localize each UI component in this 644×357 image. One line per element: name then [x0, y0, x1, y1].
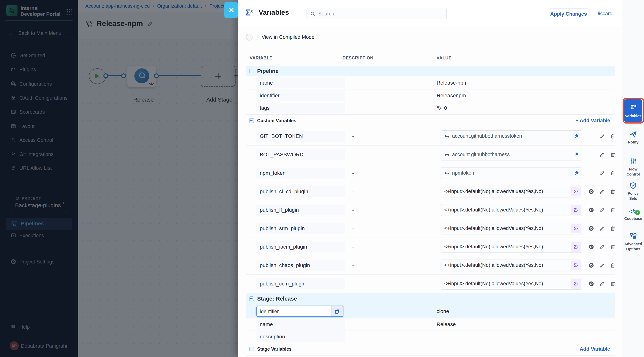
variable-value: clone	[436, 308, 449, 314]
table-row: name Release	[246, 318, 615, 331]
table-row: description	[246, 330, 615, 343]
variable-name: description	[260, 334, 285, 340]
edit-icon[interactable]	[599, 244, 605, 250]
variable-description: -	[352, 281, 354, 287]
copy-icon[interactable]	[331, 306, 343, 316]
runtime-input-field[interactable]: <+input>.default(No).allowedValues(Yes,N…	[441, 241, 582, 253]
settings-icon[interactable]	[588, 244, 594, 250]
pin-icon[interactable]	[571, 149, 582, 160]
flow-gear-icon	[629, 232, 637, 240]
variable-name: publish_ff_plugin	[260, 207, 299, 213]
tab-policy-sets[interactable]: Policy Sets	[622, 182, 644, 201]
secret-value-field[interactable]: npmtoken	[441, 167, 582, 179]
edit-icon[interactable]	[599, 152, 605, 158]
runtime-input-field[interactable]: <+input>.default(No).allowedValues(Yes,N…	[441, 260, 582, 271]
runtime-input-field[interactable]: <+input>.default(No).allowedValues(Yes,N…	[441, 204, 582, 216]
send-icon	[629, 130, 637, 138]
variable-name: tags	[260, 105, 270, 111]
settings-icon[interactable]	[588, 207, 594, 213]
code-icon: </>✓	[629, 208, 637, 215]
secret-value-field[interactable]: account.githubbotharnesstoken	[441, 130, 582, 142]
variable-description: -	[352, 262, 354, 268]
add-variable-button[interactable]: + Add Variable	[576, 118, 610, 124]
delete-icon[interactable]	[610, 133, 616, 139]
input-type-icon[interactable]: Σx	[571, 205, 581, 215]
search-input[interactable]	[318, 9, 442, 19]
runtime-input-value: <+input>.default(No).allowedValues(Yes,N…	[441, 281, 570, 286]
delete-icon[interactable]	[610, 226, 616, 232]
sigma-icon: Σx	[245, 8, 253, 18]
runtime-input-field[interactable]: <+input>.default(No).allowedValues(Yes,N…	[441, 186, 582, 197]
tab-advanced-options[interactable]: Advanced Options	[622, 232, 644, 252]
key-icon	[444, 170, 450, 176]
input-type-icon[interactable]: Σx	[571, 279, 581, 288]
settings-icon[interactable]	[588, 188, 594, 194]
delete-icon[interactable]	[610, 152, 616, 158]
delete-icon[interactable]	[610, 281, 616, 287]
variable-name: name	[260, 80, 273, 86]
section-header-pipeline: Pipeline	[246, 66, 615, 76]
apply-changes-button[interactable]: Apply Changes	[549, 8, 588, 20]
pin-icon[interactable]	[571, 130, 582, 142]
column-header-value: VALUE	[436, 56, 452, 60]
secret-value: account.githubbotharnesstoken	[450, 133, 571, 139]
settings-icon[interactable]	[588, 226, 594, 232]
runtime-input-value: <+input>.default(No).allowedValues(Yes,N…	[441, 244, 570, 250]
secret-value: account.githubbotharness	[450, 152, 571, 158]
edit-icon[interactable]	[599, 133, 605, 139]
delete-icon[interactable]	[610, 262, 616, 268]
variable-description: -	[352, 207, 354, 213]
discard-button[interactable]: Discard	[595, 11, 612, 16]
tab-codebase[interactable]: </>✓ Codebase	[622, 208, 644, 221]
table-row: GIT_BOT_TOKEN - account.githubbotharness…	[246, 127, 615, 146]
drawer-right-rail: Σx Variables Notify Flow Control Policy …	[622, 0, 644, 357]
edit-icon[interactable]	[599, 188, 605, 194]
collapse-icon[interactable]	[249, 118, 254, 123]
settings-icon[interactable]	[588, 262, 594, 268]
sliders-icon	[629, 158, 637, 165]
collapse-icon[interactable]	[249, 69, 254, 73]
input-type-icon[interactable]: Σx	[571, 260, 581, 270]
runtime-input-field[interactable]: <+input>.default(No).allowedValues(Yes,N…	[441, 223, 582, 234]
tab-flow-control[interactable]: Flow Control	[622, 158, 644, 177]
edit-icon[interactable]	[599, 226, 605, 232]
runtime-input-field[interactable]: <+input>.default(No).allowedValues(Yes,N…	[441, 278, 582, 290]
section-header-stage-variables: Stage Variables + Add Variable	[246, 343, 615, 356]
delete-icon[interactable]	[610, 188, 616, 194]
compiled-mode-label: View in Compiled Mode	[262, 34, 314, 40]
key-icon	[444, 152, 450, 158]
section-header-custom-variables: Custom Variables + Add Variable	[246, 114, 615, 127]
tab-notify[interactable]: Notify	[622, 130, 644, 145]
delete-icon[interactable]	[610, 207, 616, 213]
delete-icon[interactable]	[610, 244, 616, 250]
compiled-mode-toggle[interactable]	[246, 34, 258, 40]
table-row: BOT_PASSWORD - account.githubbotharness	[246, 145, 615, 164]
edit-icon[interactable]	[599, 281, 605, 287]
settings-icon[interactable]	[588, 281, 594, 287]
pin-icon[interactable]	[571, 168, 582, 179]
variable-name: publish_ci_cd_plugin	[260, 188, 308, 194]
identifier-input[interactable]	[257, 306, 331, 317]
close-drawer-button[interactable]: ✕	[224, 2, 238, 18]
tab-variables[interactable]: Σx Variables	[624, 99, 642, 122]
edit-icon[interactable]	[599, 207, 605, 213]
collapse-icon[interactable]	[249, 296, 254, 301]
input-type-icon[interactable]: Σx	[571, 187, 581, 196]
variable-name: name	[260, 322, 273, 327]
edit-icon[interactable]	[599, 262, 605, 268]
variable-description: -	[352, 133, 354, 139]
delete-icon[interactable]	[610, 170, 616, 176]
close-icon: ✕	[228, 6, 234, 14]
input-type-icon[interactable]: Σx	[571, 224, 581, 233]
input-type-icon[interactable]: Σx	[571, 242, 581, 252]
shield-check-icon	[629, 182, 637, 190]
modal-dim-overlay[interactable]	[0, 0, 238, 357]
column-header-description: DESCRIPTION	[342, 56, 374, 60]
table-row: clone	[246, 304, 615, 318]
variable-name: GIT_BOT_TOKEN	[260, 133, 303, 139]
edit-icon[interactable]	[599, 170, 605, 176]
secret-value-field[interactable]: account.githubbotharness	[441, 149, 582, 160]
runtime-input-value: <+input>.default(No).allowedValues(Yes,N…	[441, 262, 570, 268]
collapse-icon[interactable]	[249, 347, 254, 352]
add-variable-button[interactable]: + Add Variable	[576, 346, 610, 352]
